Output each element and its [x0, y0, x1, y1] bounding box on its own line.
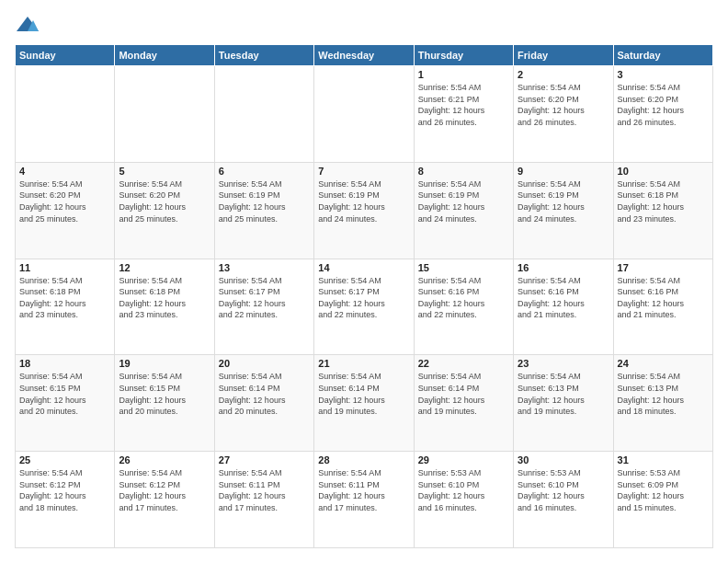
calendar-week-0: 1Sunrise: 5:54 AM Sunset: 6:21 PM Daylig… [16, 66, 713, 163]
day-info: Sunrise: 5:54 AM Sunset: 6:16 PM Dayligh… [518, 275, 609, 321]
day-info: Sunrise: 5:54 AM Sunset: 6:14 PM Dayligh… [318, 371, 409, 417]
calendar-cell: 21Sunrise: 5:54 AM Sunset: 6:14 PM Dayli… [314, 355, 414, 452]
calendar-header-sunday: Sunday [16, 45, 115, 66]
calendar-cell: 15Sunrise: 5:54 AM Sunset: 6:16 PM Dayli… [414, 259, 513, 355]
day-info: Sunrise: 5:54 AM Sunset: 6:18 PM Dayligh… [119, 275, 210, 321]
calendar-cell: 12Sunrise: 5:54 AM Sunset: 6:18 PM Dayli… [115, 259, 214, 355]
day-number: 20 [219, 358, 310, 369]
day-number: 22 [418, 358, 509, 369]
calendar-cell: 9Sunrise: 5:54 AM Sunset: 6:19 PM Daylig… [514, 162, 613, 259]
day-number: 14 [318, 262, 409, 273]
calendar-cell: 18Sunrise: 5:54 AM Sunset: 6:15 PM Dayli… [16, 355, 115, 452]
calendar-cell: 13Sunrise: 5:54 AM Sunset: 6:17 PM Dayli… [214, 259, 313, 355]
day-number: 17 [618, 262, 709, 273]
day-info: Sunrise: 5:54 AM Sunset: 6:19 PM Dayligh… [518, 178, 609, 224]
day-number: 23 [518, 358, 609, 369]
day-info: Sunrise: 5:54 AM Sunset: 6:20 PM Dayligh… [19, 178, 110, 224]
calendar-cell: 7Sunrise: 5:54 AM Sunset: 6:19 PM Daylig… [314, 162, 414, 259]
calendar-cell: 4Sunrise: 5:54 AM Sunset: 6:20 PM Daylig… [16, 162, 115, 259]
day-info: Sunrise: 5:54 AM Sunset: 6:17 PM Dayligh… [318, 275, 409, 321]
day-info: Sunrise: 5:54 AM Sunset: 6:12 PM Dayligh… [19, 467, 110, 513]
logo [15, 15, 42, 35]
calendar-cell: 26Sunrise: 5:54 AM Sunset: 6:12 PM Dayli… [115, 452, 214, 548]
calendar-cell: 29Sunrise: 5:53 AM Sunset: 6:10 PM Dayli… [414, 452, 513, 548]
day-number: 8 [418, 166, 509, 177]
day-info: Sunrise: 5:54 AM Sunset: 6:21 PM Dayligh… [418, 82, 509, 128]
calendar-cell: 10Sunrise: 5:54 AM Sunset: 6:18 PM Dayli… [613, 162, 712, 259]
calendar-header-monday: Monday [115, 45, 214, 66]
calendar-week-4: 25Sunrise: 5:54 AM Sunset: 6:12 PM Dayli… [16, 452, 713, 548]
calendar-cell: 25Sunrise: 5:54 AM Sunset: 6:12 PM Dayli… [16, 452, 115, 548]
calendar-cell: 19Sunrise: 5:54 AM Sunset: 6:15 PM Dayli… [115, 355, 214, 452]
calendar-cell: 2Sunrise: 5:54 AM Sunset: 6:20 PM Daylig… [514, 66, 613, 163]
calendar-cell: 27Sunrise: 5:54 AM Sunset: 6:11 PM Dayli… [214, 452, 313, 548]
day-info: Sunrise: 5:53 AM Sunset: 6:09 PM Dayligh… [618, 467, 709, 513]
day-info: Sunrise: 5:54 AM Sunset: 6:19 PM Dayligh… [219, 178, 310, 224]
calendar-cell: 17Sunrise: 5:54 AM Sunset: 6:16 PM Dayli… [613, 259, 712, 355]
calendar-header-tuesday: Tuesday [214, 45, 313, 66]
header [15, 15, 713, 35]
calendar-header-saturday: Saturday [613, 45, 712, 66]
calendar-week-3: 18Sunrise: 5:54 AM Sunset: 6:15 PM Dayli… [16, 355, 713, 452]
day-number: 5 [119, 166, 210, 177]
calendar-cell: 31Sunrise: 5:53 AM Sunset: 6:09 PM Dayli… [613, 452, 712, 548]
day-number: 1 [418, 69, 509, 80]
calendar-cell: 28Sunrise: 5:54 AM Sunset: 6:11 PM Dayli… [314, 452, 414, 548]
calendar-cell: 16Sunrise: 5:54 AM Sunset: 6:16 PM Dayli… [514, 259, 613, 355]
logo-icon [15, 15, 40, 35]
calendar-header-row: SundayMondayTuesdayWednesdayThursdayFrid… [16, 45, 713, 66]
calendar-cell: 8Sunrise: 5:54 AM Sunset: 6:19 PM Daylig… [414, 162, 513, 259]
calendar-cell: 1Sunrise: 5:54 AM Sunset: 6:21 PM Daylig… [414, 66, 513, 163]
day-number: 27 [219, 454, 310, 465]
day-info: Sunrise: 5:54 AM Sunset: 6:20 PM Dayligh… [119, 178, 210, 224]
day-info: Sunrise: 5:54 AM Sunset: 6:20 PM Dayligh… [518, 82, 609, 128]
calendar-header-thursday: Thursday [414, 45, 513, 66]
day-number: 24 [618, 358, 709, 369]
calendar-cell [115, 66, 214, 163]
day-number: 7 [318, 166, 409, 177]
day-number: 11 [19, 262, 110, 273]
calendar-cell: 5Sunrise: 5:54 AM Sunset: 6:20 PM Daylig… [115, 162, 214, 259]
day-info: Sunrise: 5:54 AM Sunset: 6:19 PM Dayligh… [418, 178, 509, 224]
calendar-cell: 22Sunrise: 5:54 AM Sunset: 6:14 PM Dayli… [414, 355, 513, 452]
day-number: 12 [119, 262, 210, 273]
day-info: Sunrise: 5:54 AM Sunset: 6:14 PM Dayligh… [219, 371, 310, 417]
day-info: Sunrise: 5:54 AM Sunset: 6:19 PM Dayligh… [318, 178, 409, 224]
day-number: 6 [219, 166, 310, 177]
day-number: 29 [418, 454, 509, 465]
day-info: Sunrise: 5:54 AM Sunset: 6:15 PM Dayligh… [19, 371, 110, 417]
day-info: Sunrise: 5:54 AM Sunset: 6:20 PM Dayligh… [618, 82, 709, 128]
day-info: Sunrise: 5:54 AM Sunset: 6:16 PM Dayligh… [418, 275, 509, 321]
day-number: 21 [318, 358, 409, 369]
day-info: Sunrise: 5:54 AM Sunset: 6:17 PM Dayligh… [219, 275, 310, 321]
calendar-cell: 6Sunrise: 5:54 AM Sunset: 6:19 PM Daylig… [214, 162, 313, 259]
day-number: 18 [19, 358, 110, 369]
day-number: 4 [19, 166, 110, 177]
day-number: 16 [518, 262, 609, 273]
day-info: Sunrise: 5:53 AM Sunset: 6:10 PM Dayligh… [518, 467, 609, 513]
calendar-cell [16, 66, 115, 163]
calendar-week-1: 4Sunrise: 5:54 AM Sunset: 6:20 PM Daylig… [16, 162, 713, 259]
day-info: Sunrise: 5:53 AM Sunset: 6:10 PM Dayligh… [418, 467, 509, 513]
calendar-cell: 23Sunrise: 5:54 AM Sunset: 6:13 PM Dayli… [514, 355, 613, 452]
day-info: Sunrise: 5:54 AM Sunset: 6:18 PM Dayligh… [19, 275, 110, 321]
day-info: Sunrise: 5:54 AM Sunset: 6:11 PM Dayligh… [318, 467, 409, 513]
day-number: 19 [119, 358, 210, 369]
calendar-cell: 11Sunrise: 5:54 AM Sunset: 6:18 PM Dayli… [16, 259, 115, 355]
page: SundayMondayTuesdayWednesdayThursdayFrid… [0, 0, 728, 563]
day-number: 30 [518, 454, 609, 465]
calendar-cell: 24Sunrise: 5:54 AM Sunset: 6:13 PM Dayli… [613, 355, 712, 452]
day-info: Sunrise: 5:54 AM Sunset: 6:13 PM Dayligh… [518, 371, 609, 417]
day-number: 3 [618, 69, 709, 80]
day-number: 26 [119, 454, 210, 465]
day-number: 25 [19, 454, 110, 465]
day-number: 15 [418, 262, 509, 273]
day-info: Sunrise: 5:54 AM Sunset: 6:11 PM Dayligh… [219, 467, 310, 513]
calendar-header-wednesday: Wednesday [314, 45, 414, 66]
day-info: Sunrise: 5:54 AM Sunset: 6:14 PM Dayligh… [418, 371, 509, 417]
day-number: 2 [518, 69, 609, 80]
day-number: 13 [219, 262, 310, 273]
calendar: SundayMondayTuesdayWednesdayThursdayFrid… [15, 44, 713, 548]
calendar-cell: 30Sunrise: 5:53 AM Sunset: 6:10 PM Dayli… [514, 452, 613, 548]
day-info: Sunrise: 5:54 AM Sunset: 6:13 PM Dayligh… [618, 371, 709, 417]
